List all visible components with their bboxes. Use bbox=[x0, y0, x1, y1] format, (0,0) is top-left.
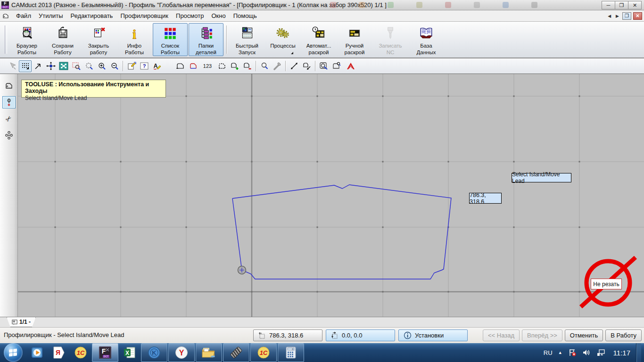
app-icon-sub: DCT bbox=[1, 6, 9, 8]
windows-flag-icon bbox=[9, 349, 17, 356]
mdi-restore-button[interactable]: ❐ bbox=[622, 12, 631, 20]
menu-profiler[interactable]: Профилировщик bbox=[116, 11, 172, 21]
camduct-icon[interactable]: F DCT bbox=[92, 343, 118, 362]
start-button[interactable] bbox=[4, 343, 23, 362]
clock[interactable]: 11:17 bbox=[613, 349, 630, 357]
menu-window[interactable]: Окно bbox=[207, 11, 229, 21]
explorer-icon[interactable] bbox=[196, 343, 222, 362]
lead-tool-icon[interactable] bbox=[2, 96, 16, 108]
settings-box[interactable]: Установки bbox=[398, 329, 468, 341]
processes-button[interactable]: Процессы bbox=[265, 23, 300, 56]
cursor-position-box: 786.3, 318.6 bbox=[253, 329, 322, 341]
calculator-icon[interactable]: 0 bbox=[278, 343, 304, 362]
svg-text:1С: 1С bbox=[260, 349, 268, 356]
move-lead-icon[interactable] bbox=[300, 60, 313, 72]
profile-outline-icon[interactable] bbox=[174, 60, 187, 72]
menu-edit[interactable]: Редактировать bbox=[67, 11, 117, 21]
job-info-button[interactable]: i Инфо Работы bbox=[117, 23, 152, 56]
database-button[interactable]: База Данных bbox=[409, 23, 444, 56]
action-center-flag-icon[interactable] bbox=[568, 348, 577, 357]
onec-icon[interactable]: 1С bbox=[70, 343, 91, 362]
restore-button[interactable]: ❐ bbox=[615, 1, 628, 9]
drill-icon[interactable] bbox=[223, 343, 249, 362]
cursor-coord-box: 786.3, 318.6 bbox=[469, 193, 502, 204]
profile-shape[interactable] bbox=[232, 185, 451, 279]
mdi-close-button[interactable]: ✕ bbox=[633, 12, 642, 20]
media-player-icon[interactable] bbox=[26, 343, 48, 362]
cancel-button[interactable]: Отменить bbox=[565, 329, 603, 341]
save-job-button[interactable]: Сохрани Работу bbox=[45, 23, 80, 56]
profile-remove-icon[interactable] bbox=[241, 60, 254, 72]
resize-diagonal-icon[interactable] bbox=[288, 60, 300, 72]
zoom-selection-icon[interactable] bbox=[317, 60, 330, 72]
origin-position-box[interactable]: 0.0, 0.0 bbox=[326, 329, 395, 341]
zoom-in-icon[interactable] bbox=[95, 60, 108, 72]
menu-utilities[interactable]: Утилиты bbox=[35, 11, 67, 21]
logo-a-icon bbox=[343, 60, 359, 72]
job-browser-button[interactable]: Браузер Работы bbox=[9, 23, 44, 56]
annotate-icon[interactable]: A bbox=[150, 60, 163, 72]
yandex-shield-icon[interactable]: Я bbox=[48, 343, 70, 362]
menu-help[interactable]: Помощь bbox=[230, 11, 261, 21]
inspect-profile-icon[interactable] bbox=[330, 60, 343, 72]
tray-expand-icon[interactable]: ▲ bbox=[558, 350, 562, 355]
k-program-icon[interactable]: K bbox=[141, 343, 167, 362]
show-desktop-button[interactable] bbox=[636, 343, 641, 362]
menu-view[interactable]: Просмотр bbox=[172, 11, 207, 21]
auto-nest-button[interactable]: Автомат... раскрой bbox=[301, 23, 336, 56]
forward-button: Вперёд >> bbox=[522, 329, 562, 341]
processes-icon bbox=[275, 25, 290, 41]
snap-pointer-icon bbox=[6, 60, 19, 72]
title-bar: F DCT CAMduct 2013 (Разное - Безымянный8… bbox=[0, 0, 644, 10]
scroll-left-icon[interactable]: ◀ bbox=[606, 14, 612, 18]
profile-colored-icon[interactable] bbox=[187, 60, 199, 72]
wrench-icon[interactable] bbox=[271, 60, 283, 72]
tooltip-subtitle: Select Island/Move Lead bbox=[25, 95, 162, 101]
numbers-icon[interactable]: 123 bbox=[199, 60, 215, 72]
part-folders-button[interactable]: Папки деталей bbox=[189, 23, 223, 56]
help-icon[interactable]: ? bbox=[138, 60, 150, 72]
language-indicator[interactable]: RU bbox=[544, 349, 553, 356]
svg-text:1С: 1С bbox=[77, 349, 85, 356]
drawing-canvas[interactable]: TOOLUSE : Использование Инструмента и За… bbox=[18, 74, 644, 317]
main-toolbar: Браузер Работы Сохрани Работу bbox=[0, 22, 644, 58]
canvas-svg bbox=[18, 74, 644, 317]
minimize-button[interactable]: ─ bbox=[602, 1, 615, 9]
nodes-icon[interactable] bbox=[2, 129, 16, 141]
grid-toggle-icon[interactable] bbox=[19, 60, 32, 72]
zoom-previous-icon[interactable] bbox=[83, 60, 95, 72]
auto-nest-icon bbox=[311, 25, 326, 41]
quick-launch-button[interactable]: Быстрый Запуск bbox=[230, 23, 264, 56]
manual-nest-button[interactable]: Ручной раскрой bbox=[337, 23, 372, 56]
sheet-edit-icon[interactable] bbox=[125, 60, 138, 72]
pan-icon[interactable] bbox=[44, 60, 57, 72]
page-tab-row: 1/1 - bbox=[0, 317, 644, 327]
to-job-button[interactable]: В Работу bbox=[605, 329, 642, 341]
scissors-icon[interactable]: ✂ bbox=[2, 113, 16, 125]
zoom-window-icon[interactable] bbox=[70, 60, 83, 72]
scroll-right-icon[interactable]: ▶ bbox=[614, 14, 620, 18]
job-list-button[interactable]: Список Работы bbox=[153, 23, 188, 56]
cursor-position-value: 786.3, 318.6 bbox=[269, 332, 303, 339]
menu-file[interactable]: Файл bbox=[12, 11, 35, 21]
draw-arrow-icon[interactable] bbox=[32, 60, 44, 72]
taskbar: Я 1С F DCT X bbox=[0, 343, 644, 362]
back-button: << Назад bbox=[483, 329, 520, 341]
profile-add-icon[interactable] bbox=[228, 60, 241, 72]
close-job-button[interactable]: Закрыть работу bbox=[81, 23, 116, 56]
zoom-extents-icon[interactable] bbox=[57, 60, 70, 72]
yandex-browser-icon[interactable]: Y bbox=[168, 343, 195, 362]
search-icon[interactable] bbox=[258, 60, 271, 72]
close-button[interactable]: ✕ bbox=[628, 1, 642, 9]
onec-icon-2[interactable]: 1С bbox=[250, 343, 277, 362]
page-tab[interactable]: 1/1 - bbox=[7, 317, 36, 327]
lead-marker[interactable] bbox=[238, 266, 246, 274]
excel-icon[interactable]: X bbox=[119, 343, 140, 362]
zoom-out-icon[interactable] bbox=[108, 60, 121, 72]
profile-page-icon[interactable] bbox=[2, 80, 16, 92]
profile-dashed-icon[interactable] bbox=[215, 60, 228, 72]
network-icon[interactable] bbox=[596, 348, 606, 357]
volume-icon[interactable] bbox=[582, 348, 591, 357]
toolbar-grip[interactable] bbox=[5, 25, 7, 54]
svg-text:X: X bbox=[125, 350, 129, 356]
